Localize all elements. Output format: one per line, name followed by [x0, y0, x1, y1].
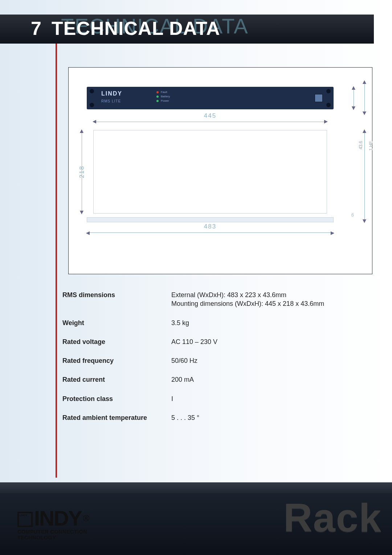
spec-row: Protection class I [62, 394, 367, 403]
led-label: Power [161, 99, 169, 102]
logo-text: INDY® [17, 506, 126, 530]
red-vertical-rule [56, 44, 57, 478]
arrow-right-icon [324, 120, 328, 123]
logo-tagline: COMPUTER CONNECTION TECHNOLOGY [17, 529, 126, 540]
spec-row: Rated current 200 mA [62, 375, 367, 384]
spec-value: 50/60 Hz [171, 356, 367, 365]
led-battery-icon [156, 96, 159, 98]
width-outer-value: 483 [204, 223, 216, 230]
registered-icon: ® [83, 513, 89, 523]
spec-row: Rated frequency 50/60 Hz [62, 356, 367, 365]
dimension-diagram: LINDY RMS LITE Fault Battery Power 1 HE … [68, 67, 372, 274]
width-outer-dimension: 483 [87, 224, 334, 239]
section-header: 7 TECHNICAL DATA TECHNICAL DATA [0, 15, 374, 44]
section-number: 7 [31, 17, 42, 39]
footer: Rack INDY® COMPUTER CONNECTION TECHNOLOG… [0, 482, 392, 555]
spec-value: 5 . . . 35 ° [171, 413, 367, 422]
height-outer-label: 1 HE [368, 141, 373, 151]
arrow-right-icon [331, 231, 334, 235]
footer-category: Rack [283, 494, 382, 540]
spec-label: Rated frequency [62, 356, 171, 365]
depth-dimension-arrow: 218 [75, 130, 90, 214]
height-inner-arrow [350, 87, 358, 109]
logo-box-icon [17, 512, 33, 527]
device-port-icon [315, 94, 323, 102]
spec-row: Rated voltage AC 110 – 230 V [62, 337, 367, 346]
spec-value: 200 mA [171, 375, 367, 384]
arrow-left-icon [93, 120, 96, 123]
led-power-icon [156, 100, 159, 102]
led-fault-icon [156, 91, 159, 93]
logo-name: INDY [34, 506, 82, 530]
spec-value: External (WxDxH): 483 x 223 x 43.6mm Mou… [171, 291, 367, 308]
spec-value: I [171, 394, 367, 403]
small-dim-value: 6 [351, 212, 354, 218]
device-leds: Fault Battery Power [156, 90, 170, 104]
spec-row: Weight 3.5 kg [62, 319, 367, 327]
spec-value: 3.5 kg [171, 319, 367, 327]
device-brand: LINDY [101, 90, 122, 97]
spec-value-line: External (WxDxH): 483 x 223 x 43.6mm [171, 291, 286, 299]
spec-label: Rated current [62, 375, 171, 384]
depth-value: 218 [78, 166, 86, 178]
footer-strip [0, 482, 392, 493]
spec-label: Protection class [62, 394, 171, 403]
height-outer-arrow [361, 81, 368, 114]
device-front-panel: LINDY RMS LITE Fault Battery Power [87, 87, 334, 109]
width-inner-dimension: 445 [93, 113, 327, 127]
arrow-left-icon [86, 231, 90, 235]
spec-label: RMS dimensions [62, 291, 171, 299]
width-inner-value: 445 [204, 112, 216, 119]
spec-value-line: Mounting dimensions (WxDxH): 445 x 218 x… [171, 300, 324, 307]
spec-row: Rated ambient temperature 5 . . . 35 ° [62, 413, 367, 422]
spec-value: AC 110 – 230 V [171, 337, 367, 346]
section-title: TECHNICAL DATA [52, 17, 220, 39]
spec-row: RMS dimensions External (WxDxH): 483 x 2… [62, 291, 367, 308]
spec-label: Rated voltage [62, 337, 171, 346]
device-model: RMS LITE [101, 99, 121, 103]
led-label: Fault [161, 90, 167, 94]
mounting-flange [87, 217, 334, 222]
overall-depth-arrow [361, 130, 368, 222]
spec-label: Weight [62, 319, 171, 327]
brand-logo: INDY® COMPUTER CONNECTION TECHNOLOGY [17, 506, 126, 540]
spec-label: Rated ambient temperature [62, 413, 171, 422]
spec-table: RMS dimensions External (WxDxH): 483 x 2… [62, 291, 367, 432]
led-label: Battery [161, 95, 170, 98]
device-top-outline [93, 130, 327, 214]
